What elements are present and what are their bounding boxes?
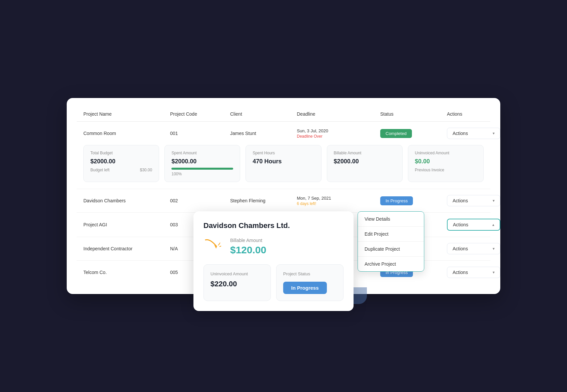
svg-line-3 bbox=[219, 243, 220, 244]
actions-davidson-wrap: Actions ▾ bbox=[447, 195, 514, 206]
chevron-down-icon: ▾ bbox=[493, 270, 495, 275]
spent-hours-value: 470 Hours bbox=[252, 158, 314, 165]
total-budget-label: Total Budget bbox=[90, 151, 152, 155]
svg-line-1 bbox=[218, 244, 219, 245]
col-project-name: Project Name bbox=[83, 111, 170, 117]
popup-billable-label: Billable Amount bbox=[230, 238, 266, 243]
project-main-common-room: Common Room 001 James Stunt Sun, 3 Jul, … bbox=[77, 122, 490, 145]
budget-left-value: $30.00 bbox=[140, 168, 152, 172]
dropdown-archive-project[interactable]: Archive Project bbox=[358, 257, 424, 271]
status-badge-davidson: In Progress bbox=[380, 196, 413, 205]
project-main-davidson: Davidson Chambers 002 Stephen Fleming Mo… bbox=[77, 189, 490, 212]
actions-dropdown-menu: View Details Edit Project Duplicate Proj… bbox=[358, 211, 424, 272]
chevron-up-icon: ▴ bbox=[492, 222, 494, 227]
budget-card-spent: Spent Amount $2000.00 100% bbox=[164, 145, 240, 182]
deadline-date-davidson: Mon, 7 Sep, 2021 bbox=[297, 196, 380, 201]
progress-bar-fill bbox=[171, 168, 233, 170]
popup-bottom: Uninvoiced Amount $220.00 Project Status… bbox=[203, 264, 344, 301]
arrow-icon bbox=[203, 237, 223, 256]
chevron-down-icon: ▾ bbox=[493, 198, 495, 203]
project-code-davidson: 002 bbox=[170, 198, 230, 203]
popup-overlay: Davidson Chambers Ltd. Billable Amount $… bbox=[193, 211, 424, 311]
col-deadline: Deadline bbox=[297, 111, 380, 117]
status-badge-common-room: Completed bbox=[380, 129, 412, 138]
chevron-down-icon: ▾ bbox=[493, 131, 495, 136]
dropdown-view-details[interactable]: View Details bbox=[358, 212, 424, 227]
deadline-note-common-room: Deadline Over bbox=[297, 134, 380, 139]
deadline-note-davidson: 6 days left! bbox=[297, 201, 380, 206]
popup-billable-amount: $120.00 bbox=[230, 244, 266, 256]
col-client: Client bbox=[230, 111, 297, 117]
actions-telcom-wrap: Actions ▾ bbox=[447, 267, 514, 278]
dropdown-edit-project[interactable]: Edit Project bbox=[358, 227, 424, 242]
budget-left-row: Budget left $30.00 bbox=[90, 168, 152, 172]
project-name-davidson: Davidson Chambers bbox=[83, 198, 170, 203]
progress-label: 100% bbox=[171, 172, 233, 176]
popup-billable-section: Billable Amount $120.00 bbox=[203, 237, 344, 256]
budget-card-uninvoiced: Uninvoiced Amount $0.00 Previous Invoice bbox=[408, 145, 484, 182]
project-name-common-room: Common Room bbox=[83, 131, 170, 136]
budget-card-billable: Billable Amount $2000.00 bbox=[327, 145, 403, 182]
table-header: Project Name Project Code Client Deadlin… bbox=[77, 108, 490, 122]
main-card: Project Name Project Code Client Deadlin… bbox=[67, 98, 500, 294]
project-code-common-room: 001 bbox=[170, 131, 230, 136]
status-common-room: Completed bbox=[380, 129, 447, 138]
project-name-telcom: Telcom Co. bbox=[83, 270, 170, 275]
deadline-common-room: Sun, 3 Jul, 2020 Deadline Over bbox=[297, 128, 380, 139]
popup-status-card: Project Status In Progress bbox=[276, 264, 344, 301]
actions-common-room-wrap: Actions ▾ bbox=[447, 128, 514, 139]
popup-uninvoiced-card: Uninvoiced Amount $220.00 bbox=[203, 264, 271, 301]
uninvoiced-value: $0.00 bbox=[415, 158, 477, 165]
project-client-common-room: James Stunt bbox=[230, 131, 297, 136]
budget-card-hours: Spent Hours 470 Hours bbox=[245, 145, 321, 182]
actions-contractor-wrap: Actions ▾ bbox=[447, 243, 514, 254]
popup-uninvoiced-value: $220.00 bbox=[210, 280, 264, 288]
billable-amount-label: Billable Amount bbox=[334, 151, 396, 155]
popup-status-badge-wrap: In Progress bbox=[283, 280, 337, 294]
spent-amount-label: Spent Amount bbox=[171, 151, 233, 155]
actions-button-davidson[interactable]: Actions ▾ bbox=[447, 195, 500, 206]
col-actions: Actions bbox=[447, 111, 514, 117]
uninvoiced-label: Uninvoiced Amount bbox=[415, 151, 477, 155]
project-client-davidson: Stephen Fleming bbox=[230, 198, 297, 203]
progress-bar-wrap bbox=[171, 168, 233, 170]
popup-status-badge: In Progress bbox=[283, 282, 327, 294]
status-davidson: In Progress bbox=[380, 196, 447, 205]
budget-details-common-room: Total Budget $2000.00 Budget left $30.00… bbox=[77, 145, 490, 189]
popup-title: Davidson Chambers Ltd. bbox=[203, 221, 344, 230]
project-name-contractor: Independent Contractor bbox=[83, 246, 170, 251]
chevron-down-icon: ▾ bbox=[493, 246, 495, 251]
actions-agi-wrap: Actions ▴ bbox=[447, 219, 514, 231]
billable-section-text: Billable Amount $120.00 bbox=[230, 238, 266, 256]
svg-line-2 bbox=[219, 246, 221, 247]
billable-amount-value: $2000.00 bbox=[334, 158, 396, 165]
actions-button-telcom[interactable]: Actions ▾ bbox=[447, 267, 500, 278]
total-budget-value: $2000.00 bbox=[90, 158, 152, 165]
col-status: Status bbox=[380, 111, 447, 117]
budget-card-total: Total Budget $2000.00 Budget left $30.00 bbox=[83, 145, 159, 182]
popup-uninvoiced-label: Uninvoiced Amount bbox=[210, 271, 264, 276]
deadline-date-common-room: Sun, 3 Jul, 2020 bbox=[297, 128, 380, 133]
col-project-code: Project Code bbox=[170, 111, 230, 117]
actions-button-agi[interactable]: Actions ▴ bbox=[447, 219, 500, 231]
deadline-davidson: Mon, 7 Sep, 2021 6 days left! bbox=[297, 196, 380, 206]
actions-button-common-room[interactable]: Actions ▾ bbox=[447, 128, 500, 139]
spent-hours-label: Spent Hours bbox=[252, 151, 314, 155]
budget-left-label: Budget left bbox=[90, 168, 109, 172]
previous-invoice-label: Previous Invoice bbox=[415, 168, 477, 172]
actions-button-contractor[interactable]: Actions ▾ bbox=[447, 243, 500, 254]
dropdown-duplicate-project[interactable]: Duplicate Project bbox=[358, 242, 424, 257]
project-row-common-room: Common Room 001 James Stunt Sun, 3 Jul, … bbox=[77, 122, 490, 189]
project-name-agi: Project AGI bbox=[83, 222, 170, 227]
project-row-davidson: Davidson Chambers 002 Stephen Fleming Mo… bbox=[77, 189, 490, 213]
popup-card: Davidson Chambers Ltd. Billable Amount $… bbox=[193, 211, 354, 311]
popup-status-label: Project Status bbox=[283, 271, 337, 276]
spent-amount-value: $2000.00 bbox=[171, 158, 233, 165]
